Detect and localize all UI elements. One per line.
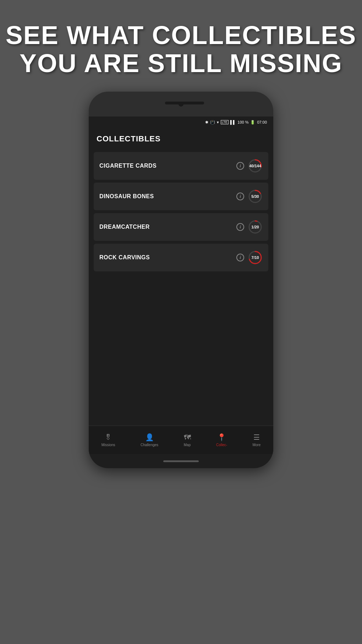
dinosaur-bones-count: 5/30	[251, 194, 259, 199]
collectible-dreamcatcher[interactable]: DREAMCATCHER i 1/20	[94, 213, 268, 241]
dreamcatcher-label: DREAMCATCHER	[99, 224, 150, 230]
battery-icon: 🔋	[250, 120, 255, 125]
nav-challenges[interactable]: 👤 Challenges	[141, 433, 158, 447]
screen: COLLECTIBLES CIGARETTE CARDS i	[89, 128, 273, 454]
nav-collectibles[interactable]: 📍 Collec-	[216, 433, 227, 447]
more-label: More	[252, 443, 260, 447]
rock-carvings-progress: 7/10	[248, 250, 263, 265]
cigarette-cards-info-icon[interactable]: i	[236, 162, 244, 170]
collectibles-nav-icon: 📍	[217, 433, 226, 442]
phone-speaker	[165, 102, 204, 104]
dinosaur-bones-right: i 5/30	[236, 189, 263, 204]
signal-icon: ▌▌	[230, 120, 236, 124]
time-display: 07:00	[257, 120, 267, 124]
dreamcatcher-count: 1/20	[251, 225, 259, 229]
dinosaur-bones-info-icon[interactable]: i	[236, 193, 244, 200]
collectibles-nav-label: Collec-	[216, 443, 227, 447]
vibrate-icon: 📳	[210, 120, 215, 125]
screen-title: COLLECTIBLES	[97, 134, 265, 144]
missions-icon: 🎖	[105, 433, 112, 442]
dinosaur-bones-progress: 5/30	[248, 189, 263, 204]
hero-title: SEE WHAT COLLECTIBLES YOU ARE STILL MISS…	[6, 21, 357, 77]
bottom-nav: 🎖 Missions 👤 Challenges 🗺 Map 📍 Collec- …	[89, 426, 273, 454]
rock-carvings-label: ROCK CARVINGS	[99, 254, 150, 261]
battery-percent: 100 %	[237, 120, 248, 124]
cigarette-cards-right: i 40/144	[236, 158, 263, 173]
cigarette-cards-label: CIGARETTE CARDS	[99, 163, 157, 169]
map-icon: 🗺	[184, 433, 191, 442]
screen-main: CIGARETTE CARDS i 40/144	[89, 148, 273, 426]
collectible-rock-carvings[interactable]: ROCK CARVINGS i 7/10	[94, 244, 268, 271]
lte-icon: LTE	[221, 120, 229, 124]
nav-map[interactable]: 🗺 Map	[184, 433, 191, 447]
collectibles-list: CIGARETTE CARDS i 40/144	[89, 148, 273, 275]
cigarette-cards-count: 40/144	[249, 164, 261, 168]
nav-missions[interactable]: 🎖 Missions	[102, 433, 115, 447]
phone-bottom	[89, 454, 273, 468]
hero-section: SEE WHAT COLLECTIBLES YOU ARE STILL MISS…	[6, 21, 357, 77]
screen-header: COLLECTIBLES	[89, 128, 273, 148]
dinosaur-bones-label: DINOSAUR BONES	[99, 193, 154, 200]
collectible-dinosaur-bones[interactable]: DINOSAUR BONES i 5/30	[94, 183, 268, 210]
bluetooth-icon: ✱	[205, 120, 208, 125]
home-bar	[163, 460, 199, 462]
dreamcatcher-info-icon[interactable]: i	[236, 223, 244, 231]
rock-carvings-count: 7/10	[251, 255, 259, 260]
status-bar: ✱ 📳 ▾ LTE ▌▌ 100 % 🔋 07:00	[89, 117, 273, 128]
missions-label: Missions	[102, 443, 115, 447]
status-icons: ✱ 📳 ▾ LTE ▌▌ 100 % 🔋 07:00	[205, 120, 267, 125]
phone-top	[89, 92, 273, 117]
collectible-cigarette-cards[interactable]: CIGARETTE CARDS i 40/144	[94, 152, 268, 180]
phone-frame: ✱ 📳 ▾ LTE ▌▌ 100 % 🔋 07:00 COLLECTIBLES …	[89, 92, 273, 468]
challenges-icon: 👤	[145, 433, 154, 442]
dreamcatcher-right: i 1/20	[236, 220, 263, 234]
map-label: Map	[184, 443, 191, 447]
cigarette-cards-progress: 40/144	[248, 158, 263, 173]
wifi-icon: ▾	[217, 120, 219, 125]
more-icon: ☰	[253, 433, 260, 442]
nav-more[interactable]: ☰ More	[252, 433, 260, 447]
challenges-label: Challenges	[141, 443, 158, 447]
rock-carvings-info-icon[interactable]: i	[236, 254, 244, 261]
rock-carvings-right: i 7/10	[236, 250, 263, 265]
dreamcatcher-progress: 1/20	[248, 220, 263, 234]
